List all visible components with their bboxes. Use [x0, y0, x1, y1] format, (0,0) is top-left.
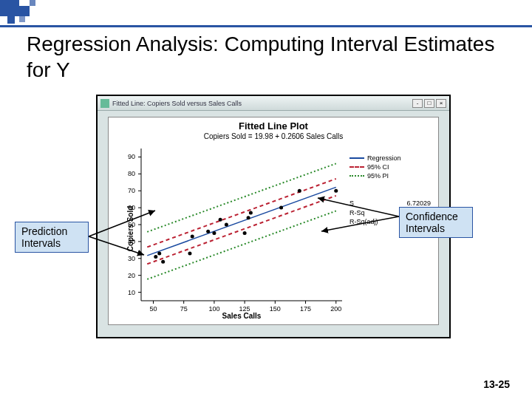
x-axis-label: Sales Calls: [141, 312, 342, 320]
svg-point-45: [212, 231, 216, 235]
svg-text:80: 80: [128, 170, 135, 177]
svg-line-54: [89, 211, 155, 236]
svg-line-56: [318, 198, 399, 216]
window-title: Fitted Line: Copiers Sold versus Sales C…: [112, 100, 242, 107]
svg-point-47: [225, 223, 228, 227]
svg-point-50: [249, 211, 253, 214]
confidence-intervals-label: Confidence Intervals: [399, 207, 473, 238]
svg-point-46: [219, 218, 222, 222]
chart-title: Fitted Line Plot: [109, 120, 438, 132]
legend-ci: 95% CI: [367, 163, 389, 171]
header-rule: [0, 25, 532, 27]
svg-point-48: [243, 231, 247, 235]
page-number: 13-25: [483, 378, 510, 390]
svg-point-49: [247, 216, 250, 219]
legend-pi: 95% PI: [367, 172, 389, 180]
legend-regression: Regression: [367, 154, 401, 162]
svg-point-43: [191, 235, 194, 239]
svg-point-51: [279, 206, 283, 210]
confidence-arrow: [296, 191, 406, 242]
slide-title: Regression Analysis: Computing Interval …: [27, 31, 510, 83]
minimize-button[interactable]: -: [412, 99, 423, 108]
svg-text:10: 10: [128, 289, 135, 296]
chart-subtitle: Copiers Sold = 19.98 + 0.2606 Sales Call…: [109, 132, 438, 140]
legend: Regression 95% CI 95% PI: [349, 154, 431, 181]
prediction-arrow: [81, 207, 170, 266]
svg-point-42: [188, 251, 191, 255]
prediction-intervals-label: Prediction Intervals: [15, 222, 89, 253]
svg-text:70: 70: [128, 187, 135, 194]
svg-text:90: 90: [128, 153, 135, 160]
svg-line-55: [89, 236, 144, 255]
svg-line-57: [321, 216, 399, 231]
close-button[interactable]: ×: [436, 99, 446, 108]
maximize-button[interactable]: □: [424, 99, 434, 108]
svg-text:20: 20: [128, 272, 135, 279]
app-icon: [100, 99, 109, 108]
window-titlebar: Fitted Line: Copiers Sold versus Sales C…: [98, 96, 449, 111]
svg-point-44: [206, 230, 210, 233]
window-buttons: - □ ×: [412, 99, 446, 108]
